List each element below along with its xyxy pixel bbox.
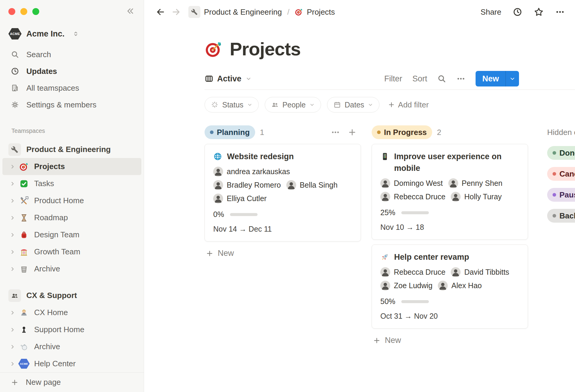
plus-icon	[206, 250, 214, 257]
hidden-columns-section: Hidden columns Done Canceled Paused	[539, 125, 575, 223]
chevron-right-icon[interactable]	[10, 164, 16, 170]
sidebar-teamspace-product-engineering[interactable]: Product & Engineering	[2, 141, 141, 158]
divider	[205, 89, 575, 90]
card-help-center-revamp[interactable]: Help center revamp Rebecca Druce David T…	[372, 244, 528, 329]
card-website-redesign[interactable]: Website redesign andrea zarkauskas Bradl…	[205, 144, 361, 241]
workspace-switcher[interactable]: ACME Acme Inc.	[8, 28, 144, 39]
new-button[interactable]: New	[476, 71, 519, 86]
sidebar-item-tasks[interactable]: Tasks	[2, 175, 141, 192]
page-title[interactable]: Projects	[230, 38, 301, 60]
status-pill-paused[interactable]: Paused	[547, 188, 575, 202]
mobile-icon	[380, 152, 389, 161]
sidebar-item-all-teamspaces[interactable]: All teamspaces	[0, 80, 144, 96]
progress-bar	[401, 211, 429, 214]
calendar-icon	[333, 101, 341, 109]
chevron-right-icon[interactable]	[10, 249, 16, 255]
person-name: Alex Hao	[451, 281, 482, 290]
breadcrumb-separator: /	[287, 7, 289, 17]
wastebasket-icon	[19, 264, 29, 274]
workspace-name: Acme Inc.	[26, 29, 65, 39]
sidebar-item-projects[interactable]: Projects	[2, 158, 141, 175]
chevron-right-icon[interactable]	[10, 361, 16, 367]
forward-arrow-icon[interactable]	[172, 7, 181, 16]
status-pill-canceled[interactable]: Canceled	[547, 167, 575, 181]
chevron-right-icon[interactable]	[10, 310, 16, 316]
carousel-icon	[19, 247, 29, 257]
status-dot	[553, 214, 556, 218]
status-dot	[553, 172, 556, 176]
window-close-button[interactable]	[8, 8, 15, 15]
chevron-right-icon[interactable]	[10, 215, 16, 221]
chevron-right-icon[interactable]	[10, 266, 16, 272]
new-page-button[interactable]: New page	[0, 372, 144, 392]
filter-chip-people[interactable]: People	[265, 97, 321, 113]
check-icon	[19, 178, 29, 189]
person-name: Holly Turay	[464, 192, 502, 201]
sidebar-teamspace-cx-support[interactable]: CX & Support	[2, 287, 141, 304]
status-pill-backlog[interactable]: Backlog	[547, 209, 575, 223]
kanban-board: Planning 1 Website redesign	[205, 125, 575, 345]
chevron-right-icon[interactable]	[10, 198, 16, 204]
star-icon[interactable]	[534, 7, 544, 17]
filter-chip-dates[interactable]: Dates	[327, 97, 379, 113]
status-pill-in-progress[interactable]: In Progress	[372, 125, 432, 139]
sidebar-item-product-home[interactable]: Product Home	[2, 192, 141, 209]
wrench-icon	[188, 6, 200, 18]
more-options-icon[interactable]	[555, 7, 565, 17]
teapot-icon	[19, 341, 29, 352]
sidebar-item-label: Settings & members	[26, 100, 96, 110]
status-pill-planning[interactable]: Planning	[205, 125, 255, 139]
filter-chip-status[interactable]: Status	[205, 97, 259, 113]
more-options-icon[interactable]	[456, 74, 465, 83]
page-label: CX Home	[34, 308, 68, 317]
sidebar-item-settings[interactable]: Settings & members	[0, 96, 144, 113]
chevron-right-icon[interactable]	[10, 232, 16, 238]
add-card-button[interactable]: New	[372, 333, 528, 345]
add-filter-button[interactable]: Add filter	[388, 100, 429, 110]
wrench-icon	[8, 143, 21, 156]
sidebar-item-help-center[interactable]: ACME Help Center	[2, 355, 141, 372]
back-arrow-icon[interactable]	[156, 7, 165, 16]
window-minimize-button[interactable]	[20, 8, 27, 15]
page-emoji-target-icon[interactable]	[205, 40, 223, 58]
status-pill-label: Canceled	[559, 169, 575, 179]
progress-bar	[401, 300, 429, 303]
sidebar-item-roadmap[interactable]: Roadmap	[2, 209, 141, 226]
sidebar-item-archive-product[interactable]: Archive	[2, 260, 141, 277]
card-improve-ux-mobile[interactable]: Improve user experience on mobile Doming…	[372, 144, 528, 240]
sidebar-item-archive-cx[interactable]: Archive	[2, 338, 141, 355]
search-icon[interactable]	[437, 74, 446, 83]
breadcrumb-teamspace[interactable]: Product & Engineering	[204, 7, 282, 17]
window-controls	[0, 0, 144, 15]
status-pill-done[interactable]: Done	[547, 146, 575, 160]
sort-button[interactable]: Sort	[412, 74, 427, 83]
sidebar-item-support-home[interactable]: Support Home	[2, 321, 141, 338]
filter-button[interactable]: Filter	[384, 74, 402, 83]
share-button[interactable]: Share	[481, 7, 501, 17]
board-view-icon	[205, 74, 214, 83]
view-tab-active[interactable]: Active	[205, 74, 252, 83]
sidebar-item-search[interactable]: Search	[0, 46, 144, 63]
sidebar-item-updates[interactable]: Updates	[0, 63, 144, 80]
sidebar-item-cx-home[interactable]: CX Home	[2, 304, 141, 321]
chevron-down-icon	[368, 102, 373, 107]
sidebar-nav: Search Updates All teamspaces Settings &…	[0, 46, 144, 113]
window-zoom-button[interactable]	[32, 8, 39, 15]
clock-icon[interactable]	[513, 7, 522, 17]
person-name: Rebecca Druce	[394, 268, 445, 276]
chevron-right-icon[interactable]	[10, 327, 16, 333]
teamspace-label: Product & Engineering	[26, 145, 111, 154]
sidebar-item-design-team[interactable]: Design Team	[2, 226, 141, 243]
chevron-right-icon[interactable]	[10, 344, 16, 350]
chevron-right-icon[interactable]	[10, 181, 16, 187]
add-card-button[interactable]: New	[205, 246, 361, 258]
sidebar-collapse-icon[interactable]	[126, 7, 135, 16]
chevron-down-icon[interactable]	[506, 71, 519, 86]
sidebar-item-growth-team[interactable]: Growth Team	[2, 243, 141, 260]
column-more-icon[interactable]	[331, 128, 340, 137]
sidebar: ACME Acme Inc. Search Updates All teamsp…	[0, 0, 144, 392]
page-label: Support Home	[34, 325, 84, 334]
column-add-icon[interactable]	[348, 128, 357, 137]
breadcrumb-page[interactable]: Projects	[307, 7, 335, 17]
avatar	[380, 192, 390, 202]
